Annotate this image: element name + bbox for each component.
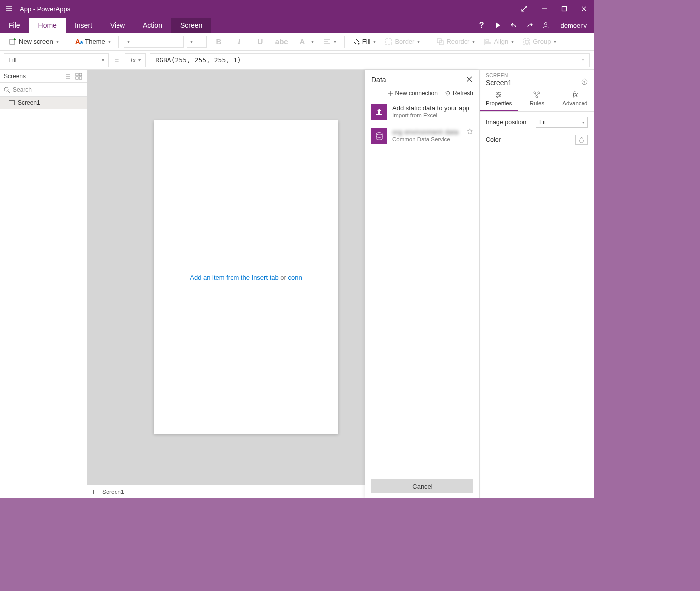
tab-properties[interactable]: Properties [480,88,518,111]
screen-canvas[interactable]: Add an item from the Insert tab or conn [154,120,338,434]
strikethrough-icon: abc [275,37,287,46]
data-source-item-cds[interactable]: org environment data Common Data Service [365,124,479,148]
chevron-down-icon: ▾ [554,39,556,44]
group-button[interactable]: Group ▾ [520,35,559,49]
svg-point-17 [376,133,382,135]
new-screen-label: New screen [19,38,53,45]
close-icon [580,5,588,13]
expand-button[interactable] [514,0,534,18]
environment-label[interactable]: demoenv [554,18,594,33]
redo-button[interactable] [522,18,538,33]
play-button[interactable] [490,18,506,33]
font-size-select[interactable]: ▾ [187,36,207,48]
tree-item-screen1[interactable]: Screen1 [0,97,87,109]
fx-label: fx [131,56,136,64]
properties-kicker: SCREEN [486,73,588,78]
new-connection-button[interactable]: New connection [387,90,438,97]
font-family-select[interactable]: ▾ [124,36,184,48]
refresh-button[interactable]: Refresh [445,90,473,97]
maximize-button[interactable] [554,0,574,18]
flow-icon [533,91,541,98]
menu-view[interactable]: View [101,18,134,33]
image-position-value: Fit [539,119,546,126]
svg-point-24 [538,92,540,94]
align-button[interactable]: Align ▾ [481,35,517,49]
user-button[interactable] [538,18,554,33]
close-window-button[interactable] [574,0,594,18]
new-screen-icon [9,38,17,46]
color-swatch-button[interactable] [575,135,588,145]
reorder-button[interactable]: Reorder ▾ [433,35,478,49]
svg-rect-16 [376,114,382,115]
chevron-down-icon: ▾ [582,120,584,125]
tab-label: Rules [530,100,544,106]
search-input[interactable]: Search [0,83,87,97]
list-view-icon[interactable] [64,72,72,80]
font-color-icon: A [296,37,308,46]
chevron-down-icon: ▾ [190,39,193,44]
sliders-icon [495,91,503,98]
hamburger-menu[interactable] [0,5,18,13]
align-objects-icon [484,38,492,46]
window-title: App - PowerApps [18,5,70,13]
menu-screen[interactable]: Screen [171,18,211,33]
bold-button[interactable]: B [210,35,228,49]
screens-panel: Screens Search Screen1 [0,70,87,498]
strikethrough-button[interactable]: abc [272,35,290,49]
equals-sign: = [113,56,121,65]
grid-view-icon[interactable] [75,72,83,80]
menu-file[interactable]: File [0,18,29,33]
data-source-subtitle: Common Data Service [392,136,459,142]
formula-input[interactable]: RGBA(255, 255, 255, 1) ▾ [150,53,590,67]
reorder-icon [436,38,444,46]
data-panel-actions: New connection Refresh [365,90,479,100]
tab-rules[interactable]: Rules [518,88,556,111]
help-button[interactable]: ? [474,18,490,33]
undo-button[interactable] [506,18,522,33]
tree-item-label: Screen1 [18,99,40,106]
divider [428,36,428,48]
font-color-button[interactable]: A▾ [293,35,317,49]
svg-rect-10 [525,40,528,43]
text-align-button[interactable]: ▾ [320,35,339,49]
underline-button[interactable]: U [251,35,269,49]
screens-title: Screens [4,73,26,80]
properties-help-button[interactable]: ? [581,78,588,87]
svg-rect-9 [524,39,530,45]
svg-rect-4 [386,39,392,45]
minimize-button[interactable] [534,0,554,18]
chevron-down-icon: ▾ [108,39,111,44]
properties-tabs: Properties Rules fx Advanced [480,88,594,112]
insert-link[interactable]: Add an item from the Insert tab [190,274,278,281]
fill-button[interactable]: Fill ▾ [350,35,379,49]
data-source-item-static[interactable]: Add static data to your app Import from … [365,100,479,124]
menu-action[interactable]: Action [134,18,171,33]
svg-point-20 [497,92,499,94]
connect-link[interactable]: conn [288,274,302,281]
user-icon [542,21,550,29]
placeholder-mid: or [279,274,288,281]
align-label: Align [494,38,508,45]
svg-rect-0 [562,7,567,11]
properties-panel: SCREEN Screen1 ? Properties Rules fx Adv… [479,70,594,498]
align-icon [323,38,331,46]
screen-tree: Screen1 [0,97,87,498]
italic-button[interactable]: I [231,35,248,49]
new-screen-button[interactable]: New screen ▾ [6,35,62,49]
image-position-select[interactable]: Fit ▾ [536,117,588,128]
reorder-label: Reorder [446,38,469,45]
svg-point-22 [497,96,498,98]
menu-insert[interactable]: Insert [66,18,101,33]
tab-advanced[interactable]: fx Advanced [556,88,594,111]
theme-button[interactable]: Aa Theme ▾ [72,35,114,49]
maximize-icon [560,5,568,13]
border-button[interactable]: Border ▾ [382,35,423,49]
menu-home[interactable]: Home [29,18,66,33]
screen-icon [93,490,99,494]
close-data-panel-button[interactable] [466,75,473,85]
property-dropdown[interactable]: Fill ▾ [4,53,109,67]
cancel-button[interactable]: Cancel [371,479,473,493]
fx-button[interactable]: fx ▾ [125,53,146,67]
canvas-area: Add an item from the Insert tab or conn … [87,70,479,498]
data-panel-title: Data [371,76,386,84]
